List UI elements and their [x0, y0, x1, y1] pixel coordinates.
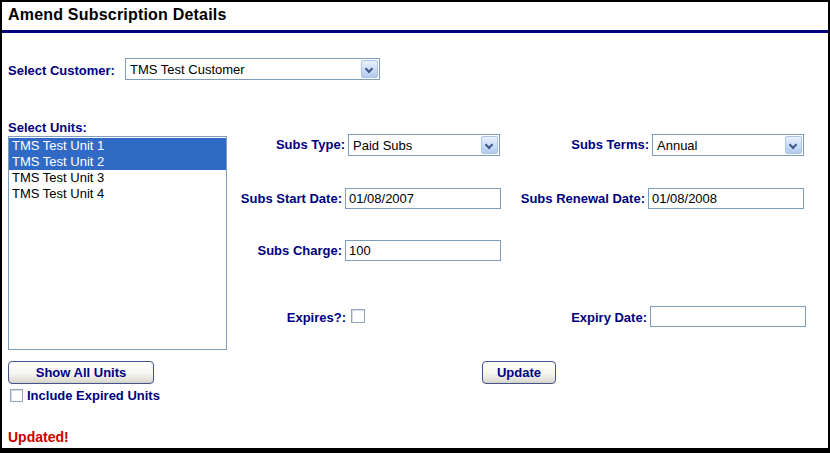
customer-select[interactable]: TMS Test Customer	[125, 58, 380, 80]
customer-select-value: TMS Test Customer	[130, 62, 245, 77]
chevron-glyph	[485, 141, 493, 149]
chevron-glyph	[789, 141, 797, 149]
select-units-label: Select Units:	[8, 121, 87, 135]
subs-start-date-label: Subs Start Date:	[241, 192, 342, 206]
chevron-down-icon[interactable]	[361, 60, 378, 78]
update-button[interactable]: Update	[482, 361, 556, 384]
subs-charge-label: Subs Charge:	[257, 244, 342, 258]
list-item[interactable]: TMS Test Unit 1	[9, 138, 226, 154]
amend-subscription-page: Amend Subscription Details Select Custom…	[0, 0, 830, 453]
include-expired-label: Include Expired Units	[27, 389, 160, 403]
chevron-down-icon[interactable]	[785, 136, 802, 154]
chevron-glyph	[365, 65, 373, 73]
subs-type-label: Subs Type:	[276, 138, 345, 152]
subs-terms-value: Annual	[657, 138, 697, 153]
status-message: Updated!	[8, 429, 69, 445]
chevron-down-icon[interactable]	[481, 136, 498, 154]
units-listbox[interactable]: TMS Test Unit 1TMS Test Unit 2TMS Test U…	[8, 136, 227, 350]
title-divider	[2, 30, 828, 33]
subs-renewal-date-label: Subs Renewal Date:	[521, 192, 645, 206]
subs-start-date-input[interactable]	[345, 188, 501, 209]
list-item[interactable]: TMS Test Unit 4	[9, 186, 226, 202]
expires-checkbox[interactable]	[351, 309, 365, 323]
include-expired-checkbox[interactable]	[10, 389, 23, 402]
expiry-date-label: Expiry Date:	[571, 311, 647, 325]
subs-terms-select[interactable]: Annual	[652, 134, 804, 156]
list-item[interactable]: TMS Test Unit 2	[9, 154, 226, 170]
subs-renewal-date-input[interactable]	[648, 188, 804, 209]
subs-terms-label: Subs Terms:	[571, 138, 649, 152]
subs-type-value: Paid Subs	[353, 138, 412, 153]
expiry-date-input[interactable]	[650, 306, 806, 327]
page-title: Amend Subscription Details	[8, 6, 227, 24]
select-customer-label: Select Customer:	[8, 64, 115, 78]
expires-label: Expires?:	[287, 311, 346, 325]
subs-charge-input[interactable]	[345, 240, 501, 261]
show-all-units-button[interactable]: Show All Units	[8, 361, 154, 384]
list-item[interactable]: TMS Test Unit 3	[9, 170, 226, 186]
subs-type-select[interactable]: Paid Subs	[348, 134, 500, 156]
